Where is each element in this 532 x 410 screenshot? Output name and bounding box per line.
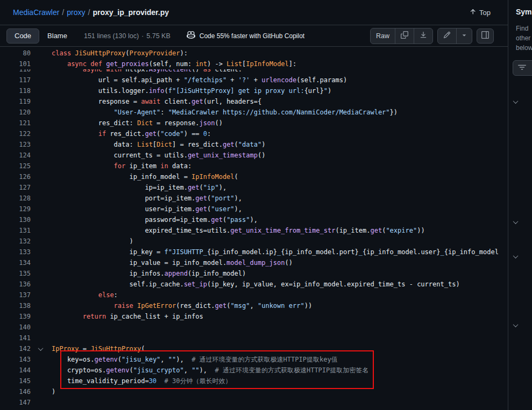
- tab-code[interactable]: Code: [6, 28, 39, 44]
- line-number[interactable]: 139: [0, 311, 31, 322]
- code-line: 121 res_dict: Dict = response.json(): [0, 118, 508, 128]
- line-number[interactable]: 101: [0, 59, 31, 69]
- symbol-expand-chevron-icon[interactable]: [513, 219, 519, 224]
- line-number[interactable]: 117: [0, 75, 31, 85]
- code-line: 131 expired_time_ts=utils.get_unix_time_…: [0, 225, 508, 236]
- code-line: 145 time_validity_period=30 # 30分钟（最长时效）: [0, 376, 508, 386]
- download-raw-button[interactable]: [414, 28, 432, 44]
- panel-icon: [481, 31, 489, 40]
- fold-spacer: [31, 182, 52, 193]
- code-line: 135 ip_infos.append(ip_info_model): [0, 268, 508, 279]
- edit-button-group: [437, 28, 472, 44]
- line-number[interactable]: 137: [0, 290, 31, 300]
- breadcrumb: MediaCrawler/proxy/proxy_ip_provider.py: [13, 8, 169, 17]
- code-text: return ip_cache_list + ip_infos: [52, 311, 203, 322]
- fold-spacer: [31, 150, 52, 161]
- fold-spacer: [31, 322, 52, 333]
- copilot-banner[interactable]: Code 55% faster with GitHub Copilot: [187, 31, 304, 41]
- code-line: 138 raise IpGetError(res_dict.get("msg",…: [0, 300, 508, 311]
- code-line: 134 ip_value = ip_info_model.model_dump_…: [0, 257, 508, 268]
- code-text: if res_dict.get("code") == 0:: [52, 128, 211, 139]
- main-content: MediaCrawler/proxy/proxy_ip_provider.py …: [0, 0, 508, 410]
- code-text: current_ts = utils.get_unix_timestamp(): [52, 150, 265, 161]
- fold-chevron-icon[interactable]: [31, 343, 52, 354]
- code-text: async def get_proxies(self, num: int) ->…: [52, 59, 296, 69]
- line-number[interactable]: 134: [0, 257, 31, 268]
- line-number[interactable]: 144: [0, 365, 31, 376]
- line-number[interactable]: 80: [0, 48, 31, 59]
- line-number[interactable]: 142: [0, 343, 31, 354]
- symbol-expand-chevron-icon[interactable]: [513, 98, 519, 104]
- line-number[interactable]: 131: [0, 225, 31, 236]
- line-number[interactable]: 133: [0, 247, 31, 257]
- line-number[interactable]: 124: [0, 150, 31, 161]
- line-number[interactable]: 141: [0, 333, 31, 343]
- line-number[interactable]: 147: [0, 397, 31, 408]
- tab-blame[interactable]: Blame: [39, 28, 75, 44]
- code-line: 147: [0, 397, 508, 408]
- symbol-expand-chevron-icon[interactable]: [513, 253, 519, 258]
- fold-spacer: [31, 247, 52, 257]
- line-number[interactable]: 130: [0, 214, 31, 225]
- raw-button[interactable]: Raw: [371, 28, 395, 44]
- line-number[interactable]: 119: [0, 96, 31, 107]
- fold-spacer: [31, 397, 52, 408]
- breadcrumb-folder-link[interactable]: proxy: [67, 8, 85, 17]
- code-line: 141: [0, 333, 508, 343]
- line-number[interactable]: 140: [0, 322, 31, 333]
- code-text: crypto=os.getenv("jisu_crypto", ""), # 通…: [52, 365, 368, 376]
- fold-spacer: [31, 311, 52, 322]
- line-number[interactable]: 127: [0, 182, 31, 193]
- file-header: MediaCrawler/proxy/proxy_ip_provider.py …: [0, 0, 508, 25]
- code-line: 117 url = self.api_path + "/fetchips" + …: [0, 75, 508, 85]
- file-actions: Raw: [370, 28, 494, 44]
- copy-file-button[interactable]: [395, 28, 414, 44]
- line-number[interactable]: 143: [0, 354, 31, 365]
- code-text: key=os.getenv("jisu_key", ""), # 通过环境变量的…: [52, 354, 338, 365]
- code-blame-toggle: Code Blame: [6, 28, 75, 44]
- code-text: ): [52, 236, 133, 247]
- symbols-panel-toggle[interactable]: [477, 28, 494, 44]
- line-number[interactable]: 122: [0, 128, 31, 139]
- file-size: 5.75 KB: [146, 32, 170, 40]
- sticky-context-lines: 80class JiSuHttpProxy(ProxyProvider):101…: [0, 47, 508, 69]
- line-number[interactable]: 126: [0, 171, 31, 182]
- line-number[interactable]: 138: [0, 300, 31, 311]
- line-number[interactable]: 128: [0, 193, 31, 204]
- breadcrumb-repo-link[interactable]: MediaCrawler: [13, 8, 59, 17]
- filter-symbols-button[interactable]: [513, 60, 532, 76]
- symbol-expand-chevron-icon[interactable]: [513, 322, 519, 327]
- code-text: data: List[Dict] = res_dict.get("data"): [52, 139, 265, 150]
- fold-spacer: [31, 268, 52, 279]
- line-number[interactable]: 135: [0, 268, 31, 279]
- file-line-count: 151 lines (130 loc): [84, 32, 139, 40]
- line-number[interactable]: 121: [0, 118, 31, 128]
- code-line: 139 return ip_cache_list + ip_infos: [0, 311, 508, 322]
- line-number[interactable]: 129: [0, 204, 31, 214]
- line-number[interactable]: 120: [0, 107, 31, 118]
- fold-spacer: [31, 386, 52, 397]
- line-number[interactable]: 132: [0, 236, 31, 247]
- edit-dropdown-button[interactable]: [456, 28, 472, 44]
- top-button-label: Top: [479, 9, 491, 17]
- edit-file-button[interactable]: [438, 28, 456, 44]
- code-line: 130 password=ip_item.get("pass"),: [0, 214, 508, 225]
- code-text: user=ip_item.get("user"),: [52, 204, 242, 214]
- line-number[interactable]: 125: [0, 161, 31, 171]
- copy-icon: [401, 31, 408, 40]
- line-number[interactable]: 145: [0, 376, 31, 386]
- code-line: 132 ): [0, 236, 508, 247]
- back-to-top-button[interactable]: Top: [469, 8, 491, 17]
- code-text: utils.logger.info(f"[JiSuHttpProxy] get …: [52, 85, 331, 96]
- code-text: self.ip_cache.set_ip(ip_key, ip_value, e…: [52, 279, 460, 290]
- code-line: 142IpProxy = JiSuHttpProxy(: [0, 343, 508, 354]
- triangle-down-icon: [460, 31, 468, 40]
- line-number[interactable]: 118: [0, 85, 31, 96]
- line-number[interactable]: 146: [0, 386, 31, 397]
- fold-spacer: [31, 204, 52, 214]
- github-code-view: MediaCrawler/proxy/proxy_ip_provider.py …: [0, 0, 532, 410]
- code-text: ip_info_model = IpInfoModel(: [52, 171, 238, 182]
- line-number[interactable]: 136: [0, 279, 31, 290]
- line-number[interactable]: 123: [0, 139, 31, 150]
- pencil-icon: [443, 31, 451, 40]
